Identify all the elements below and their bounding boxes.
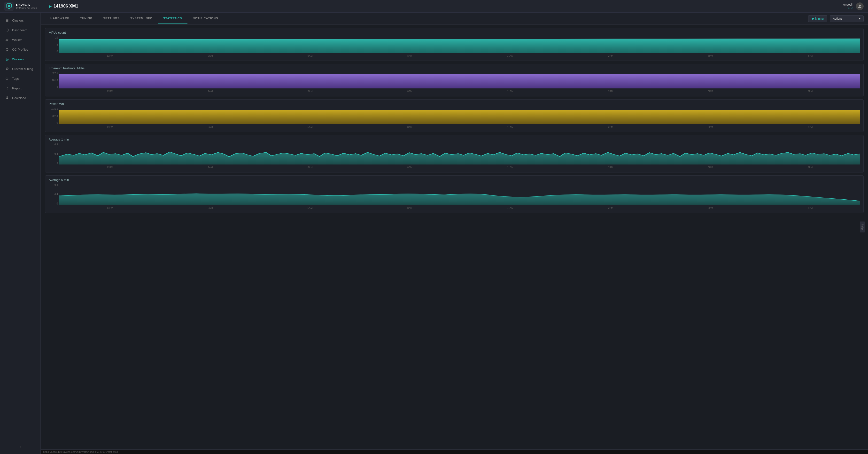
sidebar-item-report[interactable]: ⌇ Report <box>0 83 40 93</box>
chart-mpus-count: MPUs count 10 5 0 <box>45 28 864 61</box>
chart-avg1min-y-labels: 0.9 0.4 0 <box>49 143 59 164</box>
user-avatar[interactable] <box>856 2 864 10</box>
chart-ethereum-container: 322.5 161.3 0 <box>49 72 860 94</box>
collapse-icon: ‹ <box>20 445 21 448</box>
chart-power-svg <box>59 108 860 124</box>
play-icon: ▶ <box>49 4 52 8</box>
chart-mpus-x-labels: 11PM 2AM 5AM 8AM 11AM 2PM 5PM 8PM <box>59 53 860 58</box>
tab-hardware[interactable]: HARDWARE <box>45 13 74 24</box>
sidebar-collapse-button[interactable]: ‹ <box>0 442 40 451</box>
sidebar-item-clusters[interactable]: ⊞ Clusters <box>0 16 40 25</box>
chart-avg1min-x-labels: 11PM 2AM 5AM 8AM 11AM 2PM 5PM 8PM <box>59 165 860 170</box>
chart-ethereum: Ethereum hashrate, MH/s 322.5 161.3 0 <box>45 64 864 96</box>
user-name: oneevil <box>843 3 852 6</box>
chart-avg1min-title: Average 1 min <box>49 138 860 141</box>
sidebar-item-download[interactable]: ⬇ Download <box>0 93 40 103</box>
logo-text: RaveOS By Miners. For Miners <box>16 3 37 9</box>
tab-tuning[interactable]: TUNING <box>74 13 98 24</box>
chart-mpus-title: MPUs count <box>49 31 860 34</box>
chart-ethereum-svg <box>59 72 860 88</box>
mining-badge-label: Mining <box>815 17 824 20</box>
sidebar-label-dashboard: Dashboard <box>12 28 28 32</box>
logo-icon <box>4 2 13 11</box>
wallets-icon: ▱ <box>5 37 9 42</box>
chart-mpus-svg <box>59 36 860 53</box>
sidebar-item-workers[interactable]: ◎ Workers <box>0 54 40 64</box>
tab-system-info[interactable]: SYSTEM INFO <box>125 13 158 24</box>
actions-chevron-icon: ▾ <box>859 17 861 20</box>
chart-mpus-y-labels: 10 5 0 <box>49 36 59 53</box>
sidebar-label-wallets: Wallets <box>12 38 22 42</box>
chart-ethereum-x-labels: 11PM 2AM 5AM 8AM 11AM 2PM 5PM 8PM <box>59 89 860 94</box>
chart-avg5min-title: Average 5 min <box>49 178 860 182</box>
help-tab[interactable]: help <box>860 221 865 232</box>
main-layout: ⊞ Clusters ⬡ Dashboard ▱ Wallets ⊙ OC Pr… <box>0 12 868 454</box>
sidebar: ⊞ Clusters ⬡ Dashboard ▱ Wallets ⊙ OC Pr… <box>0 12 41 454</box>
topbar-right: oneevil $ 0 <box>843 2 864 10</box>
chart-avg1min-svg <box>59 143 860 164</box>
chart-avg1min-container: 0.9 0.4 0 <box>49 143 860 170</box>
svg-marker-5 <box>59 74 860 88</box>
actions-dropdown[interactable]: Actions ▾ <box>830 15 864 22</box>
chart-power: Power, Wh 1215.5 607.8 0 <box>45 99 864 132</box>
dashboard-icon: ⬡ <box>5 28 9 32</box>
tab-statistics[interactable]: STATISTICS <box>158 13 187 24</box>
chart-avg5min: Average 5 min 0.8 0.4 0 <box>45 175 864 213</box>
sidebar-item-tags[interactable]: ◇ Tags <box>0 74 40 83</box>
status-bar: https://accounts.raveos.com/#/private/ri… <box>41 449 868 454</box>
chart-avg5min-container: 0.8 0.4 0 <box>49 184 860 210</box>
sidebar-label-custom-mining: Custom Mining <box>12 67 33 71</box>
sidebar-label-tags: Tags <box>12 77 19 81</box>
oc-profiles-icon: ⊙ <box>5 47 9 52</box>
chart-mpus-container: 10 5 0 <box>49 36 860 58</box>
chart-avg5min-x-labels: 11PM 2AM 5AM 8AM 11AM 2PM 5PM 8PM <box>59 206 860 210</box>
sidebar-item-wallets[interactable]: ▱ Wallets <box>0 35 40 44</box>
chart-avg5min-y-labels: 0.8 0.4 0 <box>49 184 59 205</box>
actions-dropdown-label: Actions <box>833 17 842 20</box>
topbar: RaveOS By Miners. For Miners ▶ 141906 XM… <box>0 0 868 12</box>
chart-avg1min: Average 1 min 0.9 0.4 0 <box>45 135 864 173</box>
chart-ethereum-title: Ethereum hashrate, MH/s <box>49 66 860 70</box>
tab-actions: Mining Actions ▾ <box>808 15 864 22</box>
sidebar-label-download: Download <box>12 96 26 100</box>
rig-title: ▶ 141906 XM1 <box>49 4 78 9</box>
sidebar-label-oc-profiles: OC Profiles <box>12 48 28 51</box>
rig-name: 141906 XM1 <box>54 4 78 9</box>
mining-badge: Mining <box>808 15 827 22</box>
sidebar-item-custom-mining[interactable]: ⚙ Custom Mining <box>0 64 40 74</box>
workers-icon: ◎ <box>5 57 9 61</box>
chart-power-y-labels: 1215.5 607.8 0 <box>49 108 59 124</box>
report-icon: ⌇ <box>5 86 9 90</box>
tab-settings[interactable]: SETTINGS <box>98 13 125 24</box>
chart-power-title: Power, Wh <box>49 102 860 105</box>
brand-name: RaveOS <box>16 3 37 7</box>
sidebar-label-workers: Workers <box>12 57 24 61</box>
clusters-icon: ⊞ <box>5 18 9 23</box>
tagline: By Miners. For Miners <box>16 7 37 9</box>
sidebar-item-dashboard[interactable]: ⬡ Dashboard <box>0 25 40 35</box>
chart-power-x-labels: 11PM 2AM 5AM 8AM 11AM 2PM 5PM 8PM <box>59 124 860 129</box>
tags-icon: ◇ <box>5 76 9 81</box>
charts-area: MPUs count 10 5 0 <box>41 25 868 449</box>
svg-point-2 <box>8 5 10 7</box>
chart-avg5min-svg <box>59 184 860 205</box>
custom-mining-icon: ⚙ <box>5 67 9 71</box>
download-icon: ⬇ <box>5 96 9 100</box>
chart-ethereum-y-labels: 322.5 161.3 0 <box>49 72 59 88</box>
chart-power-container: 1215.5 607.8 0 <box>49 108 860 129</box>
sidebar-label-report: Report <box>12 87 22 90</box>
svg-point-3 <box>859 5 861 6</box>
svg-marker-6 <box>59 110 860 124</box>
mining-status-dot <box>812 18 814 20</box>
status-url: https://accounts.raveos.com/#/private/ri… <box>43 450 118 453</box>
help-label: help <box>861 224 864 230</box>
sidebar-label-clusters: Clusters <box>12 19 24 22</box>
tab-bar: HARDWARE TUNING SETTINGS SYSTEM INFO STA… <box>41 12 868 25</box>
svg-marker-4 <box>59 39 860 53</box>
logo-area: RaveOS By Miners. For Miners <box>4 2 43 11</box>
user-info: oneevil $ 0 <box>843 3 852 10</box>
user-balance: $ 0 <box>848 6 852 10</box>
tab-notifications[interactable]: NOTIFICATIONS <box>187 13 223 24</box>
content-area: HARDWARE TUNING SETTINGS SYSTEM INFO STA… <box>41 12 868 454</box>
sidebar-item-oc-profiles[interactable]: ⊙ OC Profiles <box>0 44 40 54</box>
